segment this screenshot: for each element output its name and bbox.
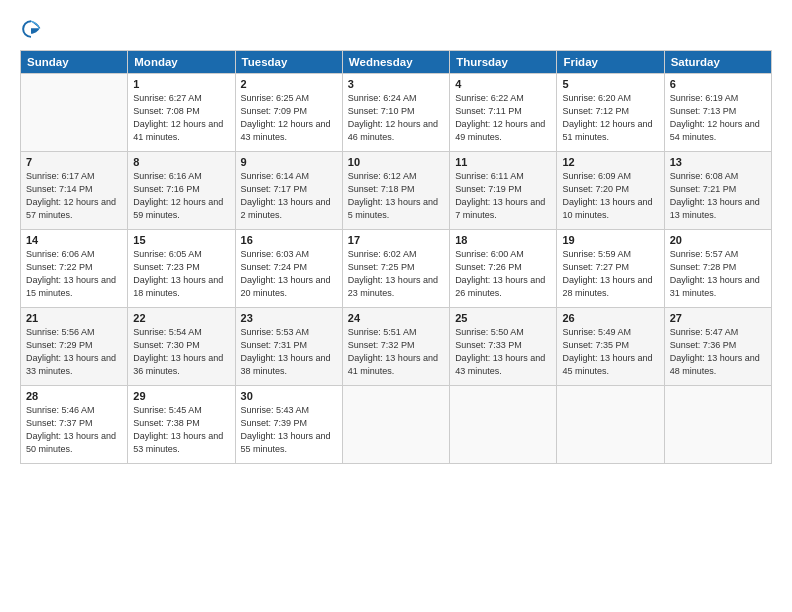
day-cell [664,386,771,464]
day-number: 29 [133,390,229,402]
cell-info: Sunrise: 6:11 AM Sunset: 7:19 PM Dayligh… [455,170,551,222]
sunset-text: Sunset: 7:26 PM [455,262,522,272]
sunset-text: Sunset: 7:08 PM [133,106,200,116]
day-number: 22 [133,312,229,324]
cell-info: Sunrise: 6:20 AM Sunset: 7:12 PM Dayligh… [562,92,658,144]
cell-info: Sunrise: 5:56 AM Sunset: 7:29 PM Dayligh… [26,326,122,378]
day-cell: 25 Sunrise: 5:50 AM Sunset: 7:33 PM Dayl… [450,308,557,386]
day-number: 18 [455,234,551,246]
daylight-text: Daylight: 13 hours and 53 minutes. [133,431,223,454]
sunrise-text: Sunrise: 5:59 AM [562,249,631,259]
sunset-text: Sunset: 7:24 PM [241,262,308,272]
header [20,18,772,40]
cell-info: Sunrise: 6:05 AM Sunset: 7:23 PM Dayligh… [133,248,229,300]
sunset-text: Sunset: 7:35 PM [562,340,629,350]
sunrise-text: Sunrise: 6:06 AM [26,249,95,259]
daylight-text: Daylight: 13 hours and 28 minutes. [562,275,652,298]
day-cell: 27 Sunrise: 5:47 AM Sunset: 7:36 PM Dayl… [664,308,771,386]
day-cell: 30 Sunrise: 5:43 AM Sunset: 7:39 PM Dayl… [235,386,342,464]
sunset-text: Sunset: 7:33 PM [455,340,522,350]
day-number: 21 [26,312,122,324]
sunrise-text: Sunrise: 5:46 AM [26,405,95,415]
sunrise-text: Sunrise: 6:16 AM [133,171,202,181]
day-cell: 9 Sunrise: 6:14 AM Sunset: 7:17 PM Dayli… [235,152,342,230]
daylight-text: Daylight: 12 hours and 57 minutes. [26,197,116,220]
day-cell [21,74,128,152]
cell-info: Sunrise: 6:12 AM Sunset: 7:18 PM Dayligh… [348,170,444,222]
col-friday: Friday [557,51,664,74]
day-number: 5 [562,78,658,90]
day-cell: 23 Sunrise: 5:53 AM Sunset: 7:31 PM Dayl… [235,308,342,386]
daylight-text: Daylight: 13 hours and 50 minutes. [26,431,116,454]
sunrise-text: Sunrise: 6:22 AM [455,93,524,103]
day-number: 14 [26,234,122,246]
page: Sunday Monday Tuesday Wednesday Thursday… [0,0,792,612]
day-cell: 13 Sunrise: 6:08 AM Sunset: 7:21 PM Dayl… [664,152,771,230]
sunrise-text: Sunrise: 6:27 AM [133,93,202,103]
sunrise-text: Sunrise: 6:20 AM [562,93,631,103]
sunrise-text: Sunrise: 5:43 AM [241,405,310,415]
sunset-text: Sunset: 7:39 PM [241,418,308,428]
sunset-text: Sunset: 7:16 PM [133,184,200,194]
sunrise-text: Sunrise: 6:00 AM [455,249,524,259]
daylight-text: Daylight: 13 hours and 55 minutes. [241,431,331,454]
daylight-text: Daylight: 13 hours and 36 minutes. [133,353,223,376]
cell-info: Sunrise: 6:25 AM Sunset: 7:09 PM Dayligh… [241,92,337,144]
sunset-text: Sunset: 7:28 PM [670,262,737,272]
sunrise-text: Sunrise: 5:50 AM [455,327,524,337]
sunrise-text: Sunrise: 6:05 AM [133,249,202,259]
sunset-text: Sunset: 7:30 PM [133,340,200,350]
day-cell: 3 Sunrise: 6:24 AM Sunset: 7:10 PM Dayli… [342,74,449,152]
cell-info: Sunrise: 5:43 AM Sunset: 7:39 PM Dayligh… [241,404,337,456]
col-sunday: Sunday [21,51,128,74]
daylight-text: Daylight: 13 hours and 38 minutes. [241,353,331,376]
sunset-text: Sunset: 7:12 PM [562,106,629,116]
cell-info: Sunrise: 5:45 AM Sunset: 7:38 PM Dayligh… [133,404,229,456]
cell-info: Sunrise: 5:57 AM Sunset: 7:28 PM Dayligh… [670,248,766,300]
cell-info: Sunrise: 5:54 AM Sunset: 7:30 PM Dayligh… [133,326,229,378]
cell-info: Sunrise: 5:47 AM Sunset: 7:36 PM Dayligh… [670,326,766,378]
day-cell: 7 Sunrise: 6:17 AM Sunset: 7:14 PM Dayli… [21,152,128,230]
cell-info: Sunrise: 5:50 AM Sunset: 7:33 PM Dayligh… [455,326,551,378]
col-saturday: Saturday [664,51,771,74]
week-row-2: 14 Sunrise: 6:06 AM Sunset: 7:22 PM Dayl… [21,230,772,308]
day-cell: 12 Sunrise: 6:09 AM Sunset: 7:20 PM Dayl… [557,152,664,230]
cell-info: Sunrise: 6:14 AM Sunset: 7:17 PM Dayligh… [241,170,337,222]
day-cell: 14 Sunrise: 6:06 AM Sunset: 7:22 PM Dayl… [21,230,128,308]
cell-info: Sunrise: 6:06 AM Sunset: 7:22 PM Dayligh… [26,248,122,300]
day-number: 26 [562,312,658,324]
day-number: 19 [562,234,658,246]
day-number: 3 [348,78,444,90]
daylight-text: Daylight: 13 hours and 15 minutes. [26,275,116,298]
sunrise-text: Sunrise: 5:49 AM [562,327,631,337]
day-number: 9 [241,156,337,168]
sunset-text: Sunset: 7:09 PM [241,106,308,116]
sunset-text: Sunset: 7:37 PM [26,418,93,428]
daylight-text: Daylight: 12 hours and 51 minutes. [562,119,652,142]
day-cell: 20 Sunrise: 5:57 AM Sunset: 7:28 PM Dayl… [664,230,771,308]
day-cell: 28 Sunrise: 5:46 AM Sunset: 7:37 PM Dayl… [21,386,128,464]
week-row-1: 7 Sunrise: 6:17 AM Sunset: 7:14 PM Dayli… [21,152,772,230]
daylight-text: Daylight: 13 hours and 45 minutes. [562,353,652,376]
day-number: 1 [133,78,229,90]
sunrise-text: Sunrise: 6:11 AM [455,171,524,181]
day-cell: 18 Sunrise: 6:00 AM Sunset: 7:26 PM Dayl… [450,230,557,308]
sunset-text: Sunset: 7:31 PM [241,340,308,350]
sunset-text: Sunset: 7:27 PM [562,262,629,272]
daylight-text: Daylight: 13 hours and 41 minutes. [348,353,438,376]
sunset-text: Sunset: 7:14 PM [26,184,93,194]
sunrise-text: Sunrise: 6:03 AM [241,249,310,259]
day-number: 12 [562,156,658,168]
cell-info: Sunrise: 6:17 AM Sunset: 7:14 PM Dayligh… [26,170,122,222]
day-number: 28 [26,390,122,402]
week-row-0: 1 Sunrise: 6:27 AM Sunset: 7:08 PM Dayli… [21,74,772,152]
day-cell: 15 Sunrise: 6:05 AM Sunset: 7:23 PM Dayl… [128,230,235,308]
day-number: 4 [455,78,551,90]
daylight-text: Daylight: 12 hours and 54 minutes. [670,119,760,142]
daylight-text: Daylight: 13 hours and 10 minutes. [562,197,652,220]
day-cell: 19 Sunrise: 5:59 AM Sunset: 7:27 PM Dayl… [557,230,664,308]
calendar-table: Sunday Monday Tuesday Wednesday Thursday… [20,50,772,464]
sunset-text: Sunset: 7:18 PM [348,184,415,194]
sunrise-text: Sunrise: 6:19 AM [670,93,739,103]
logo [20,18,46,40]
